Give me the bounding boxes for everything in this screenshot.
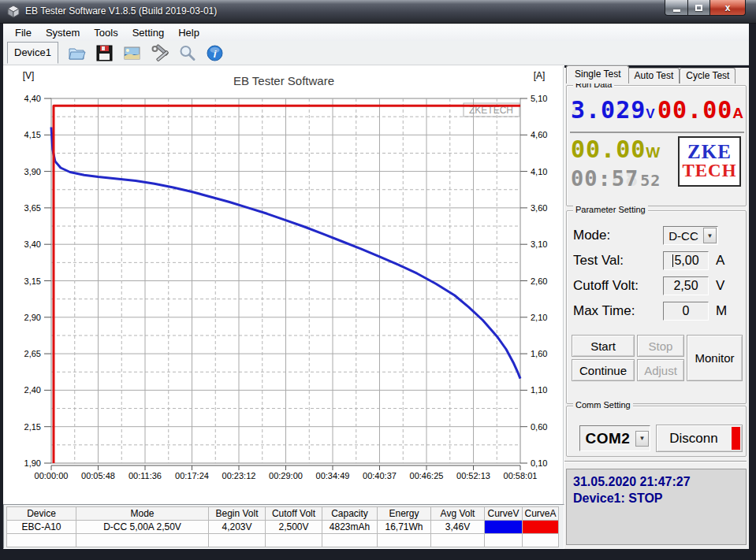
app-icon (7, 5, 20, 18)
window-title: EB Tester Software V1.8.5 (Build 2019-03… (25, 6, 217, 17)
column-header[interactable]: CurveV (485, 507, 523, 521)
zke-tech-logo: ZKE TECH (678, 136, 741, 187)
menu-setting[interactable]: Setting (125, 25, 171, 40)
table-row[interactable] (7, 534, 559, 547)
toolbar: Device1 (3, 41, 749, 65)
table-cell (378, 534, 431, 547)
disconnect-button[interactable]: Disconn (656, 425, 743, 452)
results-table: DeviceModeBegin VoltCutoff VoltCapacityE… (6, 506, 559, 547)
continue-button[interactable]: Continue (572, 359, 635, 381)
test-tabs: Single Test Auto Test Cycle Test (566, 68, 736, 83)
open-folder-icon[interactable] (68, 43, 87, 62)
column-header[interactable]: Avg Volt (431, 507, 485, 521)
mode-label: Mode: (573, 228, 610, 243)
column-header[interactable]: Cutoff Volt (266, 507, 322, 521)
device-tab[interactable]: Device1 (7, 42, 58, 64)
column-header[interactable]: CurveA (523, 507, 559, 521)
tab-single-test[interactable]: Single Test (566, 65, 629, 83)
zoom-icon[interactable] (178, 43, 197, 62)
svg-text:3,65: 3,65 (24, 203, 41, 213)
status-timestamp: 31.05.2020 21:47:27 (573, 473, 739, 490)
test-val-unit: A (716, 253, 724, 269)
column-header[interactable]: Begin Volt (209, 507, 266, 521)
svg-text:00:05:48: 00:05:48 (81, 471, 115, 480)
restore-button[interactable] (688, 0, 710, 16)
table-cell: EBC-A10 (7, 521, 76, 534)
divider (564, 461, 747, 462)
save-icon[interactable] (95, 43, 114, 62)
max-time-unit: M (716, 303, 727, 319)
cutoff-volt-row: Cutoff Volt: 2,50 V (573, 276, 741, 296)
svg-text:00:40:37: 00:40:37 (363, 471, 397, 480)
svg-text:00:00:00: 00:00:00 (35, 471, 69, 480)
column-header[interactable]: Mode (76, 507, 209, 521)
table-cell (209, 534, 266, 547)
menu-file[interactable]: File (8, 25, 39, 40)
image-export-icon[interactable] (123, 43, 142, 62)
status-device-state: Device1: STOP (573, 490, 739, 506)
svg-text:5,10: 5,10 (531, 94, 547, 103)
table-row[interactable]: EBC-A10D-CC 5,00A 2,50V4,203V2,500V4823m… (7, 521, 559, 534)
table-cell (76, 534, 209, 547)
text-caret (672, 254, 673, 267)
svg-text:EB Tester Software: EB Tester Software (233, 74, 334, 87)
menu-tools[interactable]: Tools (87, 25, 125, 40)
minimize-button[interactable] (665, 0, 688, 16)
svg-text:00:52:13: 00:52:13 (456, 471, 490, 480)
mode-combo-arrow-icon[interactable]: ▼ (703, 228, 717, 243)
logo-tech: TECH (680, 161, 739, 180)
svg-text:2,15: 2,15 (24, 422, 41, 432)
test-val-input[interactable]: 5,00 (663, 251, 709, 270)
column-header[interactable]: Capacity (322, 507, 378, 521)
status-log: 31.05.2020 21:47:27 Device1: STOP (566, 469, 747, 545)
tab-cycle-test[interactable]: Cycle Test (680, 68, 736, 83)
com-port-combo-arrow-icon[interactable]: ▼ (635, 431, 649, 447)
svg-text:00:29:00: 00:29:00 (269, 471, 303, 480)
svg-text:2,60: 2,60 (531, 276, 547, 286)
run-data-group: Run Data 8.8883.029V 88.8800.00A 88.8800… (566, 85, 747, 206)
column-header[interactable]: Device (7, 507, 76, 521)
menu-system[interactable]: System (39, 25, 87, 40)
stop-button[interactable]: Stop (637, 335, 684, 357)
restore-icon (695, 5, 702, 11)
column-header[interactable]: Energy (378, 507, 431, 521)
svg-text:00:17:24: 00:17:24 (175, 471, 209, 480)
table-cell: 4,203V (209, 521, 266, 534)
curve-v-swatch (485, 534, 523, 547)
svg-text:2,40: 2,40 (24, 385, 41, 395)
current-display: 88.8800.00A (657, 98, 743, 122)
right-panel: Single Test Auto Test Cycle Test Run Dat… (564, 68, 749, 549)
tab-auto-test[interactable]: Auto Test (628, 68, 680, 83)
svg-text:3,90: 3,90 (24, 167, 41, 176)
title-bar[interactable]: EB Tester Software V1.8.5 (Build 2019-03… (0, 0, 756, 24)
svg-text:2,65: 2,65 (24, 349, 41, 358)
adjust-button[interactable]: Adjust (637, 359, 684, 381)
close-button[interactable]: x (710, 0, 746, 16)
comm-setting-group: Comm Setting COM2 ▼ Disconn (566, 406, 747, 457)
connection-led (732, 427, 740, 450)
tools-icon[interactable] (151, 43, 169, 62)
monitor-button[interactable]: Monitor (687, 335, 743, 381)
table-cell (322, 534, 378, 547)
info-icon[interactable]: i (206, 43, 225, 62)
table-cell: 2,500V (266, 521, 322, 534)
menu-help[interactable]: Help (171, 25, 207, 40)
svg-text:2,10: 2,10 (531, 313, 547, 322)
table-cell: 16,71Wh (378, 521, 431, 534)
time-display: 88:8800:5752 (571, 168, 661, 189)
cutoff-volt-input[interactable]: 2,50 (663, 276, 709, 295)
app-window: EB Tester Software V1.8.5 (Build 2019-03… (0, 0, 756, 560)
table-cell (266, 534, 322, 547)
svg-text:0,60: 0,60 (531, 422, 547, 432)
cutoff-volt-label: Cutoff Volt: (573, 278, 639, 294)
max-time-input[interactable]: 0 (663, 302, 709, 321)
com-port-combo[interactable]: COM2 ▼ (579, 425, 650, 451)
start-button[interactable]: Start (572, 335, 635, 357)
comm-setting-label: Comm Setting (573, 400, 633, 410)
mode-combo[interactable]: D-CC ▼ (663, 226, 718, 245)
svg-text:[V]: [V] (23, 70, 35, 81)
svg-text:00:58:01: 00:58:01 (504, 471, 538, 480)
run-data-divider (570, 132, 744, 133)
run-data-row1: 8.8883.029V 88.8800.00A (571, 98, 743, 122)
svg-text:3,15: 3,15 (24, 276, 41, 286)
